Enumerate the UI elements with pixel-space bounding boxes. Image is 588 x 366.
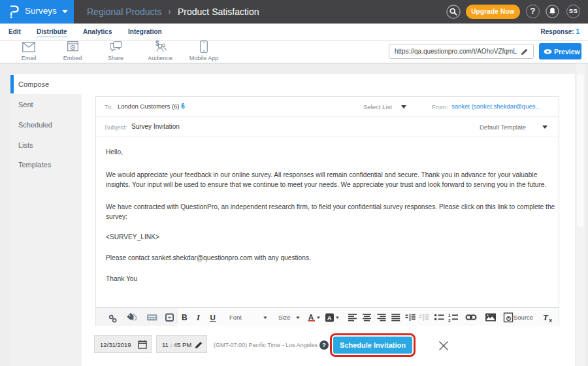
- svg-text:Source: Source: [514, 314, 533, 321]
- svg-text:1: 1: [448, 313, 451, 318]
- svg-text:$: $: [155, 41, 159, 47]
- svg-text:B: B: [182, 313, 188, 322]
- svg-text:A: A: [308, 313, 314, 321]
- svg-text:I: I: [196, 313, 201, 322]
- svg-text:Size: Size: [278, 314, 290, 321]
- svg-text:Font: Font: [229, 314, 242, 321]
- svg-text:2: 2: [448, 318, 451, 323]
- svg-text:✕: ✕: [549, 318, 553, 324]
- svg-text:A: A: [327, 314, 332, 322]
- svg-text:U: U: [210, 314, 216, 322]
